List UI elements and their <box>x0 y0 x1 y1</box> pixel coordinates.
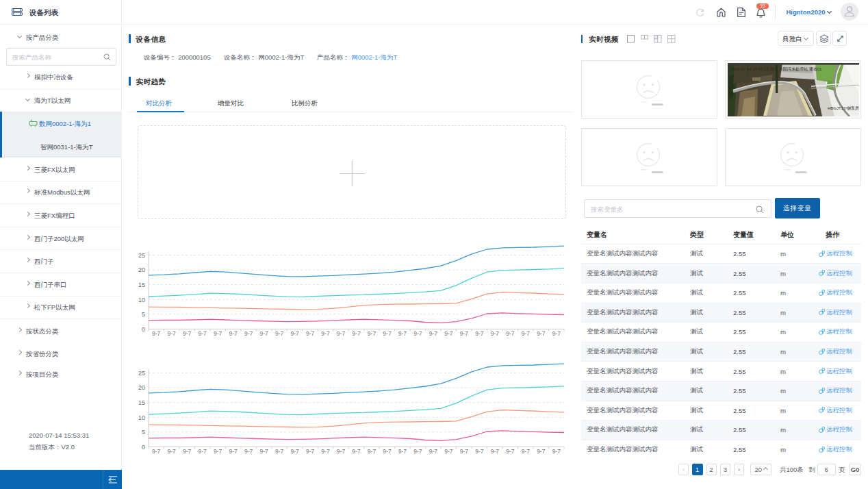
svg-text:9-7: 9-7 <box>183 330 192 337</box>
svg-text:9-7: 9-7 <box>552 448 561 455</box>
svg-text:9-7: 9-7 <box>199 330 207 337</box>
svg-text:9-7: 9-7 <box>398 330 407 337</box>
svg-text:0: 0 <box>142 444 145 451</box>
svg-text:25: 25 <box>138 370 145 377</box>
svg-text:9-7: 9-7 <box>152 330 161 337</box>
svg-text:9-7: 9-7 <box>460 330 469 337</box>
svg-text:9-7: 9-7 <box>229 330 238 337</box>
svg-text:9-7: 9-7 <box>522 330 531 337</box>
svg-text:9-7: 9-7 <box>506 448 515 455</box>
svg-text:9-7: 9-7 <box>275 448 284 455</box>
svg-text:15: 15 <box>138 399 145 406</box>
svg-text:9-7: 9-7 <box>537 330 546 337</box>
svg-text:9-7: 9-7 <box>275 330 284 337</box>
svg-text:9-7: 9-7 <box>368 330 376 337</box>
svg-text:5: 5 <box>142 429 145 436</box>
svg-text:9-7: 9-7 <box>368 448 376 455</box>
svg-text:9-7: 9-7 <box>491 448 500 455</box>
svg-text:9-7: 9-7 <box>552 330 561 337</box>
svg-text:2020-07-14 15:47:13 周二 阜阳污水处理站: 2020-07-14 15:47:13 周二 阜阳污水处理站 通道01 <box>730 66 822 72</box>
svg-text:9-7: 9-7 <box>444 448 453 455</box>
svg-text:9-7: 9-7 <box>244 330 253 337</box>
svg-text:9-7: 9-7 <box>413 448 422 455</box>
svg-text:9-7: 9-7 <box>491 330 500 337</box>
svg-text:9-7: 9-7 <box>413 330 422 337</box>
svg-text:9-7: 9-7 <box>321 448 330 455</box>
svg-text:9-7: 9-7 <box>352 330 361 337</box>
svg-text:9-7: 9-7 <box>352 448 361 455</box>
svg-text:9-7: 9-7 <box>522 448 531 455</box>
svg-text:9-7: 9-7 <box>214 448 222 455</box>
svg-text:9-7: 9-7 <box>199 448 207 455</box>
svg-text:9-7: 9-7 <box>429 330 438 337</box>
svg-text:9-7: 9-7 <box>244 448 253 455</box>
svg-text:9-7: 9-7 <box>444 330 453 337</box>
svg-text:9-7: 9-7 <box>337 448 346 455</box>
svg-text:9-7: 9-7 <box>290 448 299 455</box>
svg-text:9-7: 9-7 <box>168 448 177 455</box>
svg-text:9-7: 9-7 <box>290 330 299 337</box>
svg-text:9-7: 9-7 <box>306 448 315 455</box>
svg-text:9-7: 9-7 <box>475 330 484 337</box>
svg-text:5: 5 <box>142 311 145 318</box>
svg-text:9-7: 9-7 <box>398 448 407 455</box>
svg-text:9-7: 9-7 <box>229 448 238 455</box>
svg-text:9-7: 9-7 <box>259 330 268 337</box>
svg-text:15: 15 <box>138 281 145 288</box>
svg-text:9-7: 9-7 <box>183 448 192 455</box>
svg-text:9-7: 9-7 <box>337 330 346 337</box>
svg-text:25: 25 <box>138 252 145 259</box>
svg-text:9-7: 9-7 <box>475 448 484 455</box>
svg-text:9-7: 9-7 <box>306 330 315 337</box>
svg-text:20: 20 <box>138 266 145 273</box>
svg-text:HBGJT17/侧泵房: HBGJT17/侧泵房 <box>828 105 859 111</box>
svg-text:9-7: 9-7 <box>506 330 515 337</box>
svg-text:9-7: 9-7 <box>460 448 469 455</box>
svg-text:9-7: 9-7 <box>383 448 392 455</box>
svg-text:20: 20 <box>138 384 145 391</box>
svg-text:9-7: 9-7 <box>383 330 392 337</box>
svg-text:10: 10 <box>138 414 145 421</box>
svg-text:9-7: 9-7 <box>152 448 161 455</box>
svg-text:9-7: 9-7 <box>259 448 268 455</box>
svg-text:9-7: 9-7 <box>537 448 546 455</box>
svg-text:10: 10 <box>138 297 145 303</box>
svg-text:9-7: 9-7 <box>168 330 177 337</box>
svg-text:9-7: 9-7 <box>214 330 222 337</box>
svg-text:0: 0 <box>142 326 145 333</box>
svg-text:9-7: 9-7 <box>321 330 330 337</box>
svg-text:9-7: 9-7 <box>429 448 438 455</box>
